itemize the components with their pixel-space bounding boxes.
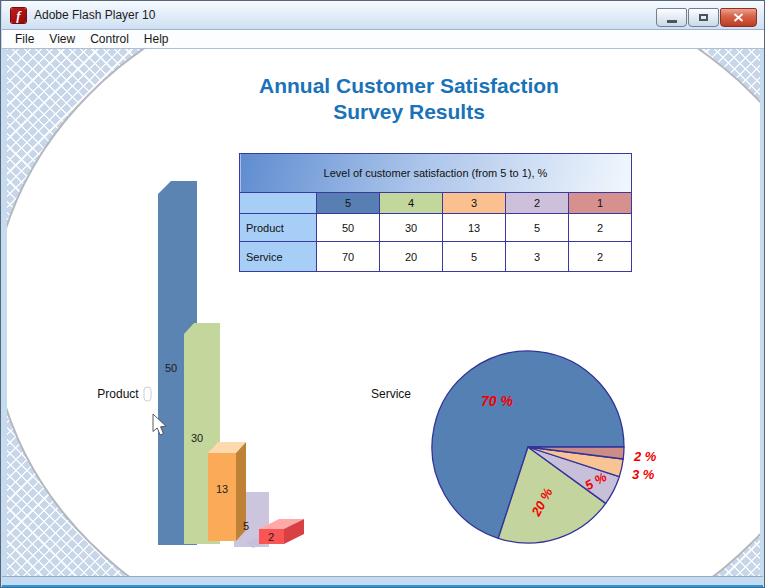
close-button[interactable] bbox=[720, 8, 757, 27]
bar-value-2: 5 bbox=[243, 520, 249, 532]
service-pie-chart bbox=[432, 351, 624, 543]
close-icon bbox=[733, 13, 744, 22]
bar-level-3 bbox=[208, 453, 236, 541]
minimize-icon bbox=[667, 20, 677, 23]
menu-item-view[interactable]: View bbox=[46, 31, 78, 47]
bar-value-5: 50 bbox=[165, 362, 177, 374]
product-bar-chart: 50 30 13 5 2 Product bbox=[97, 181, 304, 548]
maximize-button[interactable] bbox=[688, 8, 719, 27]
bar-chart-label: Product bbox=[97, 387, 139, 401]
window-bottom-border bbox=[2, 576, 763, 588]
menu-item-file[interactable]: File bbox=[12, 31, 37, 47]
menu-item-control[interactable]: Control bbox=[87, 31, 132, 47]
minimize-button[interactable] bbox=[656, 8, 687, 27]
menubar: File View Control Help bbox=[2, 30, 764, 49]
window-controls bbox=[655, 8, 757, 27]
flash-player-window: f Adobe Flash Player 10 File View Contro… bbox=[0, 0, 765, 588]
menu-item-help[interactable]: Help bbox=[141, 31, 172, 47]
bar-value-4: 30 bbox=[191, 432, 203, 444]
bar-value-1: 2 bbox=[268, 531, 274, 543]
titlebar[interactable]: f Adobe Flash Player 10 bbox=[2, 1, 764, 30]
flash-stage: Annual Customer Satisfaction Survey Resu… bbox=[7, 49, 760, 576]
maximize-icon bbox=[699, 14, 708, 21]
bar-value-3: 13 bbox=[216, 483, 228, 495]
charts-canvas: 50 30 13 5 2 Product 70 % 20 % 5 % 2 % bbox=[7, 49, 760, 576]
pie-label-3: 3 % bbox=[632, 467, 655, 482]
pie-label-70: 70 % bbox=[481, 393, 513, 409]
window-title: Adobe Flash Player 10 bbox=[34, 8, 155, 22]
white-marker bbox=[144, 387, 151, 401]
pie-label-2: 2 % bbox=[633, 449, 657, 464]
flash-app-icon: f bbox=[11, 8, 26, 23]
pie-chart-label: Service bbox=[371, 387, 411, 401]
